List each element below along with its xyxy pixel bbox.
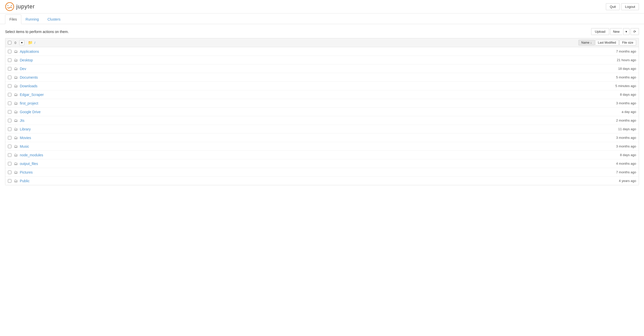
file-modified: 18 days ago bbox=[590, 67, 636, 71]
file-modified: 11 days ago bbox=[590, 127, 636, 131]
svg-point-0 bbox=[6, 3, 14, 11]
table-row: 🗂 Jts 2 months ago bbox=[5, 116, 639, 125]
row-checkbox[interactable] bbox=[8, 110, 11, 114]
select-hint: Select items to perform actions on them. bbox=[5, 30, 69, 34]
path-folder-icon: 📁 bbox=[28, 40, 33, 45]
table-row: 🗂 Movies 3 months ago bbox=[5, 133, 639, 142]
file-name[interactable]: Google Drive bbox=[20, 110, 590, 114]
row-checkbox[interactable] bbox=[8, 136, 11, 140]
fb-toolbar-right: Name ↓ Last Modified File size bbox=[578, 40, 636, 45]
tabs: Files Running Clusters bbox=[0, 14, 644, 24]
table-row: 🗂 Documents 5 months ago bbox=[5, 73, 639, 82]
file-name[interactable]: Jts bbox=[20, 119, 590, 123]
file-modified: 8 days ago bbox=[590, 153, 636, 157]
new-dropdown-button[interactable]: ▾ bbox=[623, 28, 630, 35]
file-browser: 0 ▾ 📁 / Name ↓ Last Modified File size 🗂… bbox=[5, 38, 639, 185]
file-modified: 4 months ago bbox=[590, 162, 636, 165]
upload-button[interactable]: Upload bbox=[591, 28, 609, 35]
table-row: 🗂 output_files 4 months ago bbox=[5, 159, 639, 168]
file-modified: 3 months ago bbox=[590, 101, 636, 105]
file-name[interactable]: Documents bbox=[20, 75, 590, 79]
table-row: 🗂 Dev 18 days ago bbox=[5, 64, 639, 73]
row-checkbox[interactable] bbox=[8, 153, 11, 157]
row-checkbox[interactable] bbox=[8, 50, 11, 53]
folder-icon: 🗂 bbox=[14, 84, 18, 88]
refresh-button[interactable]: ⟳ bbox=[631, 28, 639, 35]
row-checkbox[interactable] bbox=[8, 127, 11, 131]
table-row: 🗂 Desktop 21 hours ago bbox=[5, 56, 639, 64]
file-modified: 3 months ago bbox=[590, 136, 636, 140]
row-checkbox[interactable] bbox=[8, 145, 11, 148]
svg-point-1 bbox=[7, 5, 8, 6]
logout-button[interactable]: Logout bbox=[621, 3, 639, 10]
file-name[interactable]: Dev bbox=[20, 67, 590, 71]
folder-icon: 🗂 bbox=[14, 118, 18, 123]
file-name[interactable]: Applications bbox=[20, 49, 590, 54]
row-checkbox[interactable] bbox=[8, 84, 11, 88]
sort-modified-button[interactable]: Last Modified bbox=[595, 40, 619, 45]
actions-bar: Select items to perform actions on them.… bbox=[5, 28, 639, 35]
row-checkbox[interactable] bbox=[8, 162, 11, 165]
sort-name-button[interactable]: Name ↓ bbox=[578, 40, 594, 45]
file-name[interactable]: first_project bbox=[20, 101, 590, 105]
folder-icon: 🗂 bbox=[14, 161, 18, 166]
row-checkbox[interactable] bbox=[8, 67, 11, 71]
file-modified: 21 hours ago bbox=[590, 58, 636, 62]
row-checkbox[interactable] bbox=[8, 76, 11, 79]
row-checkbox[interactable] bbox=[8, 179, 11, 183]
table-row: 🗂 Library 11 days ago bbox=[5, 125, 639, 133]
file-modified: a day ago bbox=[590, 110, 636, 114]
row-checkbox[interactable] bbox=[8, 102, 11, 105]
file-modified: 2 months ago bbox=[590, 119, 636, 122]
file-modified: 3 months ago bbox=[590, 144, 636, 148]
content-area: Select items to perform actions on them.… bbox=[0, 24, 644, 189]
fb-toolbar-left: 0 ▾ 📁 / bbox=[8, 40, 35, 45]
table-row: 🗂 Downloads 5 minutes ago bbox=[5, 82, 639, 90]
folder-icon: 🗂 bbox=[14, 66, 18, 71]
file-list: 🗂 Applications 7 months ago 🗂 Desktop 21… bbox=[5, 47, 639, 185]
row-checkbox[interactable] bbox=[8, 119, 11, 122]
new-button[interactable]: New bbox=[610, 28, 622, 35]
tab-clusters[interactable]: Clusters bbox=[43, 14, 65, 24]
jupyter-logo-icon bbox=[5, 2, 14, 11]
row-checkbox[interactable] bbox=[8, 171, 11, 174]
table-row: 🗂 Pictures 7 months ago bbox=[5, 168, 639, 177]
folder-icon: 🗂 bbox=[14, 110, 18, 114]
file-name[interactable]: Edgar_Scraper bbox=[20, 93, 590, 97]
logo-text: jupyter bbox=[16, 3, 35, 10]
tab-files[interactable]: Files bbox=[5, 14, 21, 24]
folder-icon: 🗂 bbox=[14, 92, 18, 97]
row-checkbox[interactable] bbox=[8, 58, 11, 62]
table-row: 🗂 Applications 7 months ago bbox=[5, 47, 639, 56]
file-name[interactable]: Desktop bbox=[20, 58, 590, 62]
file-name[interactable]: Public bbox=[20, 179, 590, 183]
folder-icon: 🗂 bbox=[14, 75, 18, 79]
file-name[interactable]: Downloads bbox=[20, 84, 590, 88]
select-all-checkbox[interactable] bbox=[8, 41, 11, 44]
table-row: 🗂 Public 4 years ago bbox=[5, 177, 639, 185]
file-name[interactable]: Library bbox=[20, 127, 590, 131]
file-name[interactable]: Pictures bbox=[20, 170, 590, 174]
table-row: 🗂 Google Drive a day ago bbox=[5, 108, 639, 116]
row-checkbox[interactable] bbox=[8, 93, 11, 96]
file-name[interactable]: node_modules bbox=[20, 153, 590, 157]
file-name[interactable]: output_files bbox=[20, 162, 590, 166]
quit-button[interactable]: Quit bbox=[606, 3, 620, 10]
sort-filesize-button[interactable]: File size bbox=[619, 40, 636, 45]
file-modified: 5 minutes ago bbox=[590, 84, 636, 88]
path-label[interactable]: / bbox=[34, 41, 35, 45]
tab-running[interactable]: Running bbox=[21, 14, 43, 24]
count-dropdown[interactable]: ▾ bbox=[19, 40, 24, 45]
header: jupyter Quit Logout bbox=[0, 0, 644, 13]
folder-icon: 🗂 bbox=[14, 144, 18, 148]
fb-toolbar: 0 ▾ 📁 / Name ↓ Last Modified File size bbox=[5, 38, 639, 47]
svg-point-2 bbox=[11, 5, 12, 6]
folder-icon: 🗂 bbox=[14, 179, 18, 183]
file-name[interactable]: Movies bbox=[20, 136, 590, 140]
file-name[interactable]: Music bbox=[20, 144, 590, 148]
folder-icon: 🗂 bbox=[14, 58, 18, 62]
table-row: 🗂 node_modules 8 days ago bbox=[5, 151, 639, 159]
folder-icon: 🗂 bbox=[14, 153, 18, 157]
file-modified: 7 months ago bbox=[590, 170, 636, 174]
folder-icon: 🗂 bbox=[14, 127, 18, 131]
